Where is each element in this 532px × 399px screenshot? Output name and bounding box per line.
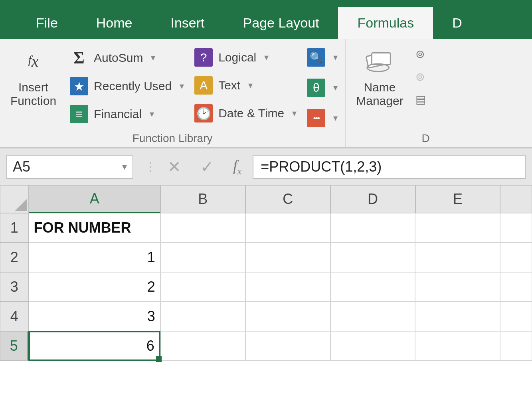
cell-D2[interactable]	[330, 243, 415, 272]
name-manager-icon	[364, 46, 395, 77]
cell-E1[interactable]	[415, 213, 500, 243]
date-time-button[interactable]: 🕑 Date & Time ▾	[194, 102, 297, 125]
chevron-down-icon: ▾	[264, 52, 269, 63]
chevron-down-icon: ▾	[180, 81, 184, 91]
cell-A1[interactable]: FOR NUMBER	[29, 213, 160, 243]
ribbon-tabs: File Home Insert Page Layout Formulas D	[0, 0, 532, 39]
chevron-down-icon[interactable]: ▾	[122, 161, 127, 172]
cell-F5-cut[interactable]	[500, 331, 532, 361]
chevron-down-icon: ▾	[248, 80, 253, 91]
cell-D4[interactable]	[330, 302, 415, 331]
col-header-E[interactable]: E	[415, 185, 500, 213]
clock-icon: 🕑	[194, 104, 213, 122]
tab-formulas[interactable]: Formulas	[338, 7, 433, 39]
autosum-button[interactable]: Σ AutoSum ▾	[70, 46, 184, 70]
tab-insert[interactable]: Insert	[152, 7, 224, 39]
cell-B5[interactable]	[160, 331, 245, 361]
row-3: 3 2	[0, 272, 532, 302]
chevron-down-icon: ▾	[151, 53, 155, 63]
lookup-reference-button[interactable]: 🔍 ▾	[307, 46, 338, 69]
chevron-down-icon: ▾	[150, 109, 154, 119]
text-button[interactable]: A Text ▾	[194, 74, 297, 97]
col-header-A[interactable]: A	[29, 185, 160, 213]
name-box-divider: ⋮	[144, 161, 156, 173]
fx-icon[interactable]: fx	[233, 157, 241, 177]
math-trig-button[interactable]: θ ▾	[307, 76, 338, 99]
create-from-selection-icon[interactable]: ▤	[415, 93, 426, 106]
chevron-down-icon: ▾	[333, 52, 338, 63]
cell-B2[interactable]	[160, 243, 245, 272]
row-5: 5 6	[0, 331, 532, 361]
cell-C3[interactable]	[245, 272, 330, 302]
row-1: 1 FOR NUMBER	[0, 213, 532, 243]
ribbon-body: fx Insert Function Σ AutoSum ▾ ★ Recentl…	[0, 39, 532, 148]
cell-D3[interactable]	[330, 272, 415, 302]
col-header-F-cut[interactable]	[500, 185, 532, 213]
formula-input[interactable]: =PRODUCT(1,2,3)	[253, 155, 526, 179]
use-in-formula-icon[interactable]: ⊚	[415, 70, 426, 83]
spreadsheet-grid: A B C D E 1 FOR NUMBER 2 1 3 2 4 3	[0, 185, 532, 361]
formula-text: =PRODUCT(1,2,3)	[261, 158, 382, 175]
tab-data-cut[interactable]: D	[433, 7, 462, 39]
row-header-2[interactable]: 2	[0, 243, 29, 272]
cell-E2[interactable]	[415, 243, 500, 272]
function-library-body: fx Insert Function Σ AutoSum ▾ ★ Recentl…	[7, 46, 338, 130]
col-header-B[interactable]: B	[160, 185, 245, 213]
name-box[interactable]: A5 ▾	[6, 155, 133, 179]
cell-E4[interactable]	[415, 302, 500, 331]
cell-C5[interactable]	[245, 331, 330, 361]
recently-used-button[interactable]: ★ Recently Used ▾	[70, 75, 184, 98]
row-header-4[interactable]: 4	[0, 302, 29, 331]
sigma-icon: Σ	[70, 48, 88, 67]
insert-function-label2: Function	[10, 95, 56, 107]
col-header-C[interactable]: C	[245, 185, 330, 213]
name-manager-button[interactable]: Name Manager	[353, 46, 406, 107]
logical-button[interactable]: ? Logical ▾	[194, 46, 297, 69]
cell-A4[interactable]: 3	[29, 302, 160, 331]
cell-A2[interactable]: 1	[29, 243, 160, 272]
insert-function-label1: Insert	[18, 81, 48, 94]
text-icon: A	[194, 76, 213, 95]
cell-F1-cut[interactable]	[500, 213, 532, 243]
recently-used-icon: ★	[70, 77, 88, 95]
cell-A3[interactable]: 2	[29, 272, 160, 302]
cancel-icon[interactable]: ✕	[168, 158, 181, 176]
cell-E3[interactable]	[415, 272, 500, 302]
group-label-flib: Function Library	[133, 132, 213, 145]
enter-icon[interactable]: ✓	[200, 158, 214, 176]
cell-B4[interactable]	[160, 302, 245, 331]
cell-C2[interactable]	[245, 243, 330, 272]
define-name-icon[interactable]: ⊚	[415, 47, 426, 61]
tab-page-layout[interactable]: Page Layout	[224, 7, 338, 39]
name-box-value: A5	[13, 158, 30, 175]
cell-F4-cut[interactable]	[500, 302, 532, 331]
cell-D5[interactable]	[330, 331, 415, 361]
cell-A5[interactable]: 6	[29, 331, 160, 361]
tab-file[interactable]: File	[17, 7, 77, 39]
cell-E5[interactable]	[415, 331, 500, 361]
chevron-down-icon: ▾	[333, 83, 338, 93]
row-header-1[interactable]: 1	[0, 213, 29, 243]
flib-col-2: ? Logical ▾ A Text ▾ 🕑 Date & Time ▾	[194, 46, 297, 125]
col-header-D[interactable]: D	[330, 185, 415, 213]
select-all-corner[interactable]	[0, 185, 29, 213]
cell-F3-cut[interactable]	[500, 272, 532, 302]
flib-col-1: Σ AutoSum ▾ ★ Recently Used ▾ ≡ Financia…	[70, 46, 184, 126]
cell-B1[interactable]	[160, 213, 245, 243]
financial-button[interactable]: ≡ Financial ▾	[70, 103, 184, 126]
cell-D1[interactable]	[330, 213, 415, 243]
cell-B3[interactable]	[160, 272, 245, 302]
fx-icon: fx	[18, 46, 49, 77]
column-header-row: A B C D E	[0, 185, 532, 213]
row-header-3[interactable]: 3	[0, 272, 29, 302]
magnifier-icon: 🔍	[307, 48, 325, 67]
svg-rect-1	[372, 53, 391, 65]
cell-F2-cut[interactable]	[500, 243, 532, 272]
insert-function-button[interactable]: fx Insert Function	[7, 46, 59, 107]
cell-C4[interactable]	[245, 302, 330, 331]
tab-home[interactable]: Home	[77, 7, 152, 39]
row-header-5[interactable]: 5	[0, 331, 29, 361]
more-functions-button[interactable]: ••• ▾	[307, 107, 338, 130]
cell-C1[interactable]	[245, 213, 330, 243]
group-label-defined-cut: D	[421, 132, 429, 145]
